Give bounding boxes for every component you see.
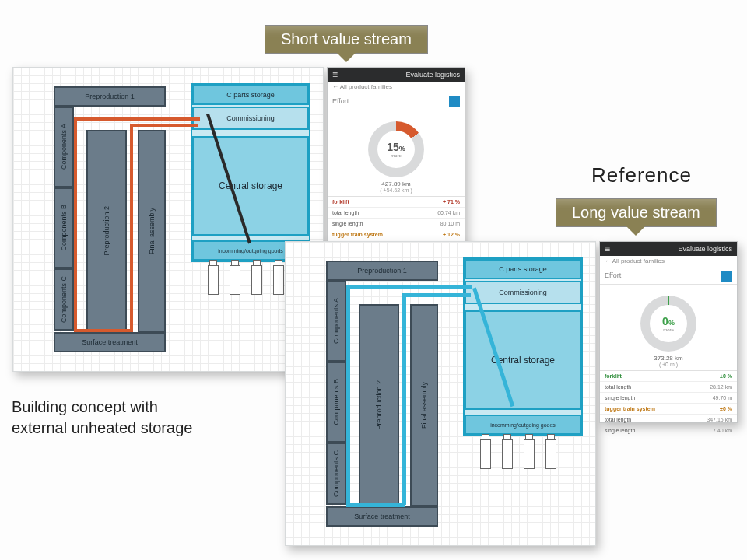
- hamburger-icon[interactable]: ≡: [332, 70, 338, 79]
- stg-cparts: C parts storage: [192, 85, 309, 105]
- stg-commissioning: Commissioning: [465, 281, 581, 304]
- caption-line1: Building concept with: [12, 398, 158, 415]
- stg-dock: incomming/outgoing goods: [465, 415, 581, 435]
- table-row: forklift±0 %: [600, 371, 737, 382]
- layout-card-long: Preproduction 1 Components A Components …: [285, 241, 596, 546]
- truck-icon: [480, 439, 491, 469]
- truck-icon: [230, 265, 240, 295]
- flow-line: [346, 503, 405, 507]
- analytics-panel-a[interactable]: ≡ Evaluate logistics ← All product famil…: [327, 67, 465, 249]
- panel-title: Evaluate logistics: [678, 245, 732, 253]
- bld-compB: Components B: [326, 362, 346, 443]
- stg-cparts: C parts storage: [465, 259, 581, 279]
- panel-back[interactable]: ← All product families: [328, 82, 465, 96]
- table-row: tugger train system+ 12 %: [328, 229, 465, 240]
- bld-preprod2: Preproduction 2: [86, 130, 127, 332]
- tag-short-label: Short value stream: [281, 30, 412, 47]
- table-row: total length28.12 km: [600, 382, 737, 393]
- reference-label: Reference: [591, 163, 692, 187]
- flow-line: [74, 117, 200, 121]
- panel-distance: 373.28 km: [600, 355, 737, 362]
- flow-line: [130, 124, 198, 127]
- panel-subtab[interactable]: Effort: [600, 270, 737, 285]
- table-row: total length60.74 km: [328, 208, 465, 219]
- tag-short-value-stream: Short value stream: [265, 25, 428, 54]
- panel-back[interactable]: ← All product families: [600, 256, 737, 270]
- table-row: single length49.70 m: [600, 393, 737, 404]
- truck-icon: [524, 439, 535, 469]
- flow-line: [130, 124, 133, 331]
- caption: Building concept with external unheated …: [12, 397, 192, 439]
- bld-compA: Components A: [326, 281, 346, 362]
- bld-compB: Components B: [54, 187, 74, 268]
- flow-line: [346, 285, 350, 505]
- stg-central: Central storage: [192, 136, 309, 236]
- stg-central: Central storage: [465, 310, 581, 410]
- flow-line: [74, 117, 77, 329]
- bld-final: Final assembly: [138, 130, 166, 332]
- layout-card-short: Preproduction 1 Components A Components …: [12, 67, 324, 372]
- truck-icon: [208, 265, 219, 295]
- panel-table: forklift±0 % total length28.12 km single…: [600, 370, 737, 436]
- panel-subtab[interactable]: Effort: [328, 96, 465, 110]
- panel-distance: 427.89 km: [328, 180, 465, 187]
- table-row: forklift+ 71 %: [328, 197, 465, 208]
- table-row: single length80.10 m: [328, 219, 465, 229]
- bld-preprod1: Preproduction 1: [326, 261, 438, 281]
- truck-icon: [502, 439, 513, 469]
- table-row: single length7.40 km: [600, 425, 737, 436]
- bld-surface: Surface treatment: [54, 332, 166, 352]
- panel-title: Evaluate logistics: [405, 71, 460, 79]
- bld-compC: Components C: [326, 443, 346, 505]
- flow-line: [346, 285, 472, 289]
- panel-distance-delta: ( ±0 m ): [600, 362, 737, 367]
- bld-preprod2: Preproduction 2: [359, 304, 399, 506]
- flow-line: [402, 293, 471, 297]
- analytics-panel-b[interactable]: ≡ Evaluate logistics ← All product famil…: [599, 241, 738, 423]
- flow-line: [402, 293, 406, 505]
- ring-chart: 0%more: [640, 296, 696, 352]
- truck-icon: [251, 265, 262, 295]
- blue-toggle-icon[interactable]: [449, 96, 460, 107]
- panel-distance-delta: ( +54.62 km ): [328, 187, 465, 193]
- bld-final: Final assembly: [410, 304, 438, 506]
- hamburger-icon[interactable]: ≡: [605, 244, 610, 254]
- blue-toggle-icon[interactable]: [721, 271, 732, 282]
- tag-long-label: Long value stream: [572, 204, 700, 221]
- table-row: tugger train system±0 %: [600, 404, 737, 415]
- bld-compC: Components C: [54, 268, 74, 331]
- bld-compA: Components A: [54, 107, 74, 187]
- tag-long-value-stream: Long value stream: [556, 198, 717, 227]
- panel-titlebar: ≡ Evaluate logistics: [600, 242, 737, 256]
- ring-chart: 15%more: [368, 121, 424, 177]
- truck-icon: [273, 265, 284, 295]
- flow-line: [74, 329, 133, 332]
- truck-icon: [545, 439, 556, 469]
- table-row: total length347.15 km: [600, 415, 737, 425]
- caption-line2: external unheated storage: [12, 419, 192, 436]
- bld-surface: Surface treatment: [326, 506, 438, 527]
- bld-preprod1: Preproduction 1: [54, 86, 166, 107]
- panel-titlebar: ≡ Evaluate logistics: [328, 68, 465, 82]
